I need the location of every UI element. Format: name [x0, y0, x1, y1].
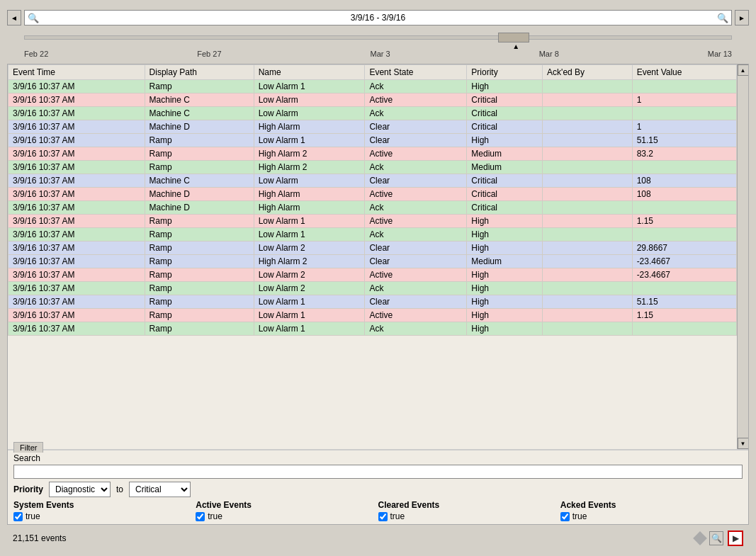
system-events-checkbox[interactable] [13, 512, 23, 521]
event-count: 21,151 events [13, 533, 66, 543]
table-row[interactable]: 3/9/16 10:37 AMRampLow Alarm 1ClearHigh5… [9, 295, 748, 309]
timeline-bar: 🔍 3/9/16 - 3/9/16 🔍 [24, 10, 732, 25]
priority-to-label: to [116, 484, 123, 494]
cleared-events-checkbox[interactable] [378, 512, 388, 521]
filter-section: Filter Search Priority Diagnostic Low Me… [8, 449, 748, 524]
col-priority: Priority [467, 65, 543, 80]
system-events-checkbox-item: true [13, 511, 196, 521]
table-row[interactable]: 3/9/16 10:37 AMRampLow Alarm 1ActiveHigh… [9, 215, 748, 228]
acked-events-label: Acked Events [560, 500, 743, 510]
table-scrollbar[interactable]: ▲ ▼ [737, 64, 748, 449]
priority-from-select[interactable]: Diagnostic Low Medium High Critical [49, 482, 111, 497]
col-name: Name [254, 65, 365, 80]
col-event-state: Event State [365, 65, 467, 80]
status-bar: 21,151 events 🔍 ▶ [7, 528, 749, 549]
timeline-search-right-icon: 🔍 [717, 13, 728, 23]
timeline-left-arrow[interactable]: ◄ [7, 10, 21, 25]
table-row[interactable]: 3/9/16 10:37 AMRampHigh Alarm 2ActiveMed… [9, 147, 748, 161]
acked-events-group: Acked Events true [560, 500, 743, 521]
main-content: Event Time Display Path Name Event State… [7, 64, 749, 525]
system-events-label: System Events [13, 500, 196, 510]
table-row[interactable]: 3/9/16 10:37 AMMachine CLow AlarmAckCrit… [9, 107, 748, 120]
table-row[interactable]: 3/9/16 10:37 AMRampLow Alarm 1ActiveHigh… [9, 309, 748, 322]
system-events-group: System Events true [13, 500, 196, 521]
priority-label: Priority [13, 484, 43, 494]
filter-toggle[interactable]: Filter [13, 442, 43, 453]
col-event-value: Event Value [632, 65, 736, 80]
checkboxes-row: System Events true Active Events true Cl… [13, 500, 743, 521]
scrollbar-up-arrow[interactable]: ▲ [738, 64, 749, 76]
timeline-label-feb22: Feb 22 [24, 50, 48, 58]
acked-events-checkbox-item: true [560, 511, 743, 521]
timeline-label-mar8: Mar 8 [539, 50, 559, 58]
timeline-search-left-icon: 🔍 [28, 13, 39, 23]
col-display-path: Display Path [145, 65, 254, 80]
active-events-checkbox[interactable] [196, 512, 205, 521]
scrollbar-down-arrow[interactable]: ▼ [738, 438, 749, 449]
table-row[interactable]: 3/9/16 10:37 AMMachine CLow AlarmActiveC… [9, 93, 748, 107]
active-events-label: Active Events [196, 500, 378, 510]
table-area: Event Time Display Path Name Event State… [8, 64, 748, 449]
active-events-group: Active Events true [196, 500, 378, 521]
cleared-events-checkbox-item: true [378, 511, 560, 521]
diamond-icon[interactable] [693, 531, 707, 545]
search-label: Search [13, 453, 743, 463]
timeline-label-feb27: Feb 27 [197, 50, 221, 58]
status-icons: 🔍 ▶ [695, 531, 743, 546]
cleared-events-value: true [390, 511, 405, 521]
col-event-time: Event Time [9, 65, 145, 80]
timeline-nav: ◄ 🔍 3/9/16 - 3/9/16 🔍 ► [7, 10, 749, 25]
table-row[interactable]: 3/9/16 10:37 AMMachine DHigh AlarmAckCri… [9, 201, 748, 215]
timeline-labels: Feb 22 Feb 27 Mar 3 Mar 8 Mar 13 [7, 50, 749, 58]
active-events-value: true [208, 511, 222, 521]
acked-events-value: true [572, 511, 587, 521]
search-button[interactable]: 🔍 [709, 531, 723, 545]
table-row[interactable]: 3/9/16 10:37 AMRampHigh Alarm 2ClearMedi… [9, 255, 748, 268]
main-container: ◄ 🔍 3/9/16 - 3/9/16 🔍 ► ▲ Feb 22 Feb 27 … [0, 0, 756, 556]
timeline-right-arrow[interactable]: ► [735, 10, 749, 25]
table-row[interactable]: 3/9/16 10:37 AMRampLow Alarm 1AckHigh [9, 322, 748, 336]
timeline-date-range: 3/9/16 - 3/9/16 [39, 13, 717, 23]
timeline-label-mar3: Mar 3 [371, 50, 390, 58]
table-row[interactable]: 3/9/16 10:37 AMRampLow Alarm 1AckHigh [9, 80, 748, 93]
scrollbar-track[interactable] [738, 76, 748, 438]
col-acked-by: Ack'ed By [543, 65, 633, 80]
timeline-label-mar13: Mar 13 [708, 50, 732, 58]
table-row[interactable]: 3/9/16 10:37 AMMachine DHigh AlarmActive… [9, 188, 748, 201]
play-button[interactable]: ▶ [728, 531, 743, 546]
table-row[interactable]: 3/9/16 10:37 AMRampLow Alarm 1ClearHigh5… [9, 134, 748, 147]
timeline-section: ◄ 🔍 3/9/16 - 3/9/16 🔍 ► ▲ Feb 22 Feb 27 … [7, 7, 749, 61]
table-row[interactable]: 3/9/16 10:37 AMMachine DHigh AlarmClearC… [9, 120, 748, 134]
table-row[interactable]: 3/9/16 10:37 AMRampHigh Alarm 2AckMedium [9, 161, 748, 174]
cleared-events-group: Cleared Events true [378, 500, 560, 521]
table-row[interactable]: 3/9/16 10:37 AMRampLow Alarm 2AckHigh [9, 282, 748, 295]
table-row[interactable]: 3/9/16 10:37 AMRampLow Alarm 2ActiveHigh… [9, 268, 748, 282]
table-row[interactable]: 3/9/16 10:37 AMRampLow Alarm 1AckHigh [9, 228, 748, 242]
acked-events-checkbox[interactable] [560, 512, 570, 521]
system-events-value: true [26, 511, 40, 521]
search-input[interactable] [13, 465, 743, 479]
cleared-events-label: Cleared Events [378, 500, 560, 510]
priority-to-select[interactable]: Diagnostic Low Medium High Critical [129, 482, 191, 497]
events-table: Event Time Display Path Name Event State… [8, 64, 748, 336]
active-events-checkbox-item: true [196, 511, 378, 521]
table-row[interactable]: 3/9/16 10:37 AMMachine CLow AlarmClearCr… [9, 174, 748, 188]
priority-section: Priority Diagnostic Low Medium High Crit… [13, 482, 743, 497]
table-row[interactable]: 3/9/16 10:37 AMRampLow Alarm 2ClearHigh2… [9, 242, 748, 255]
